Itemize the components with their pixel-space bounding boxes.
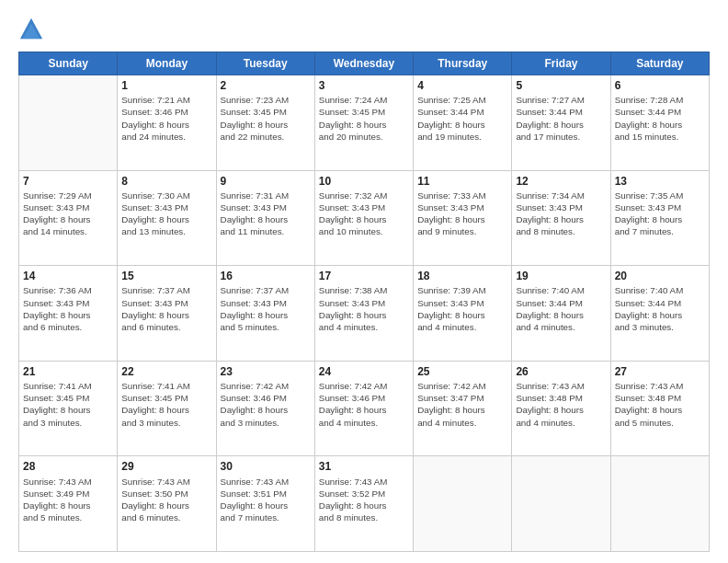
cell-info: Sunrise: 7:27 AM Sunset: 3:44 PM Dayligh… bbox=[516, 94, 606, 143]
day-number: 1 bbox=[121, 78, 211, 93]
day-of-week-sunday: Sunday bbox=[19, 52, 118, 75]
cell-info: Sunrise: 7:25 AM Sunset: 3:44 PM Dayligh… bbox=[417, 94, 507, 143]
day-of-week-monday: Monday bbox=[118, 52, 216, 75]
logo-icon bbox=[18, 17, 44, 42]
cell-info: Sunrise: 7:21 AM Sunset: 3:46 PM Dayligh… bbox=[121, 94, 211, 143]
day-of-week-wednesday: Wednesday bbox=[314, 52, 413, 75]
day-header-row: SundayMondayTuesdayWednesdayThursdayFrid… bbox=[19, 52, 710, 75]
day-number: 11 bbox=[417, 174, 507, 189]
cell-info: Sunrise: 7:43 AM Sunset: 3:48 PM Dayligh… bbox=[516, 380, 606, 429]
day-number: 4 bbox=[417, 78, 507, 93]
header bbox=[18, 17, 710, 42]
calendar-cell: 18Sunrise: 7:39 AM Sunset: 3:43 PM Dayli… bbox=[414, 266, 512, 362]
day-number: 29 bbox=[121, 459, 211, 474]
day-number: 28 bbox=[23, 459, 113, 474]
day-number: 23 bbox=[221, 364, 311, 379]
calendar-cell: 6Sunrise: 7:28 AM Sunset: 3:44 PM Daylig… bbox=[610, 75, 709, 171]
cell-info: Sunrise: 7:40 AM Sunset: 3:44 PM Dayligh… bbox=[516, 284, 606, 333]
logo bbox=[18, 17, 48, 42]
day-of-week-saturday: Saturday bbox=[610, 52, 709, 75]
calendar-week-row: 28Sunrise: 7:43 AM Sunset: 3:49 PM Dayli… bbox=[19, 456, 710, 552]
day-number: 6 bbox=[615, 78, 705, 93]
calendar-cell: 29Sunrise: 7:43 AM Sunset: 3:50 PM Dayli… bbox=[118, 456, 216, 552]
day-number: 19 bbox=[516, 269, 606, 283]
day-number: 20 bbox=[615, 269, 705, 283]
day-number: 18 bbox=[417, 269, 507, 283]
calendar-week-row: 7Sunrise: 7:29 AM Sunset: 3:43 PM Daylig… bbox=[19, 170, 710, 266]
day-number: 13 bbox=[615, 174, 705, 189]
calendar-cell: 28Sunrise: 7:43 AM Sunset: 3:49 PM Dayli… bbox=[19, 456, 118, 552]
calendar-cell: 24Sunrise: 7:42 AM Sunset: 3:46 PM Dayli… bbox=[314, 361, 413, 456]
calendar-cell: 23Sunrise: 7:42 AM Sunset: 3:46 PM Dayli… bbox=[216, 361, 314, 456]
calendar-cell: 22Sunrise: 7:41 AM Sunset: 3:45 PM Dayli… bbox=[118, 361, 216, 456]
cell-info: Sunrise: 7:40 AM Sunset: 3:44 PM Dayligh… bbox=[615, 284, 705, 333]
day-number: 16 bbox=[221, 269, 311, 283]
calendar-cell: 19Sunrise: 7:40 AM Sunset: 3:44 PM Dayli… bbox=[512, 266, 610, 362]
cell-info: Sunrise: 7:43 AM Sunset: 3:52 PM Dayligh… bbox=[319, 476, 409, 524]
day-number: 5 bbox=[516, 78, 606, 93]
calendar-week-row: 21Sunrise: 7:41 AM Sunset: 3:45 PM Dayli… bbox=[19, 361, 710, 456]
day-of-week-thursday: Thursday bbox=[414, 52, 512, 75]
calendar-cell: 8Sunrise: 7:30 AM Sunset: 3:43 PM Daylig… bbox=[118, 170, 216, 266]
cell-info: Sunrise: 7:31 AM Sunset: 3:43 PM Dayligh… bbox=[221, 190, 311, 238]
day-number: 17 bbox=[319, 269, 409, 283]
day-number: 14 bbox=[23, 269, 113, 283]
day-number: 10 bbox=[319, 174, 409, 189]
cell-info: Sunrise: 7:38 AM Sunset: 3:43 PM Dayligh… bbox=[319, 284, 409, 333]
cell-info: Sunrise: 7:43 AM Sunset: 3:50 PM Dayligh… bbox=[121, 476, 211, 524]
cell-info: Sunrise: 7:28 AM Sunset: 3:44 PM Dayligh… bbox=[615, 94, 705, 143]
calendar-cell: 16Sunrise: 7:37 AM Sunset: 3:43 PM Dayli… bbox=[216, 266, 314, 362]
day-number: 31 bbox=[319, 459, 409, 474]
calendar-cell: 5Sunrise: 7:27 AM Sunset: 3:44 PM Daylig… bbox=[512, 75, 610, 171]
calendar-cell: 15Sunrise: 7:37 AM Sunset: 3:43 PM Dayli… bbox=[118, 266, 216, 362]
calendar-cell bbox=[414, 456, 512, 552]
cell-info: Sunrise: 7:35 AM Sunset: 3:43 PM Dayligh… bbox=[615, 190, 705, 238]
day-number: 3 bbox=[319, 78, 409, 93]
calendar-cell: 3Sunrise: 7:24 AM Sunset: 3:45 PM Daylig… bbox=[314, 75, 413, 171]
calendar-cell: 9Sunrise: 7:31 AM Sunset: 3:43 PM Daylig… bbox=[216, 170, 314, 266]
calendar-cell: 20Sunrise: 7:40 AM Sunset: 3:44 PM Dayli… bbox=[610, 266, 709, 362]
calendar-cell: 26Sunrise: 7:43 AM Sunset: 3:48 PM Dayli… bbox=[512, 361, 610, 456]
cell-info: Sunrise: 7:39 AM Sunset: 3:43 PM Dayligh… bbox=[417, 284, 507, 333]
day-number: 30 bbox=[221, 459, 311, 474]
cell-info: Sunrise: 7:43 AM Sunset: 3:49 PM Dayligh… bbox=[23, 476, 113, 524]
day-of-week-friday: Friday bbox=[512, 52, 610, 75]
day-number: 8 bbox=[121, 174, 211, 189]
day-number: 15 bbox=[121, 269, 211, 283]
calendar-cell: 10Sunrise: 7:32 AM Sunset: 3:43 PM Dayli… bbox=[314, 170, 413, 266]
cell-info: Sunrise: 7:42 AM Sunset: 3:46 PM Dayligh… bbox=[319, 380, 409, 429]
calendar-cell: 2Sunrise: 7:23 AM Sunset: 3:45 PM Daylig… bbox=[216, 75, 314, 171]
calendar-cell: 1Sunrise: 7:21 AM Sunset: 3:46 PM Daylig… bbox=[118, 75, 216, 171]
cell-info: Sunrise: 7:42 AM Sunset: 3:46 PM Dayligh… bbox=[221, 380, 311, 429]
calendar-cell: 17Sunrise: 7:38 AM Sunset: 3:43 PM Dayli… bbox=[314, 266, 413, 362]
cell-info: Sunrise: 7:42 AM Sunset: 3:47 PM Dayligh… bbox=[417, 380, 507, 429]
cell-info: Sunrise: 7:37 AM Sunset: 3:43 PM Dayligh… bbox=[221, 284, 311, 333]
cell-info: Sunrise: 7:23 AM Sunset: 3:45 PM Dayligh… bbox=[221, 94, 311, 143]
cell-info: Sunrise: 7:30 AM Sunset: 3:43 PM Dayligh… bbox=[121, 190, 211, 238]
calendar-cell: 7Sunrise: 7:29 AM Sunset: 3:43 PM Daylig… bbox=[19, 170, 118, 266]
day-number: 21 bbox=[23, 364, 113, 379]
cell-info: Sunrise: 7:33 AM Sunset: 3:43 PM Dayligh… bbox=[417, 190, 507, 238]
calendar-cell: 11Sunrise: 7:33 AM Sunset: 3:43 PM Dayli… bbox=[414, 170, 512, 266]
cell-info: Sunrise: 7:34 AM Sunset: 3:43 PM Dayligh… bbox=[516, 190, 606, 238]
calendar-cell: 31Sunrise: 7:43 AM Sunset: 3:52 PM Dayli… bbox=[314, 456, 413, 552]
day-number: 27 bbox=[615, 364, 705, 379]
calendar-cell: 12Sunrise: 7:34 AM Sunset: 3:43 PM Dayli… bbox=[512, 170, 610, 266]
cell-info: Sunrise: 7:24 AM Sunset: 3:45 PM Dayligh… bbox=[319, 94, 409, 143]
cell-info: Sunrise: 7:32 AM Sunset: 3:43 PM Dayligh… bbox=[319, 190, 409, 238]
page: SundayMondayTuesdayWednesdayThursdayFrid… bbox=[0, 0, 728, 563]
day-number: 2 bbox=[221, 78, 311, 93]
calendar-cell bbox=[512, 456, 610, 552]
cell-info: Sunrise: 7:29 AM Sunset: 3:43 PM Dayligh… bbox=[23, 190, 113, 238]
calendar-table: SundayMondayTuesdayWednesdayThursdayFrid… bbox=[18, 52, 710, 552]
day-number: 7 bbox=[23, 174, 113, 189]
calendar-cell: 4Sunrise: 7:25 AM Sunset: 3:44 PM Daylig… bbox=[414, 75, 512, 171]
calendar-header: SundayMondayTuesdayWednesdayThursdayFrid… bbox=[19, 52, 710, 75]
calendar-cell: 14Sunrise: 7:36 AM Sunset: 3:43 PM Dayli… bbox=[19, 266, 118, 362]
calendar-cell: 30Sunrise: 7:43 AM Sunset: 3:51 PM Dayli… bbox=[216, 456, 314, 552]
cell-info: Sunrise: 7:36 AM Sunset: 3:43 PM Dayligh… bbox=[23, 284, 113, 333]
cell-info: Sunrise: 7:41 AM Sunset: 3:45 PM Dayligh… bbox=[121, 380, 211, 429]
calendar-week-row: 1Sunrise: 7:21 AM Sunset: 3:46 PM Daylig… bbox=[19, 75, 710, 171]
calendar-week-row: 14Sunrise: 7:36 AM Sunset: 3:43 PM Dayli… bbox=[19, 266, 710, 362]
calendar-cell bbox=[19, 75, 118, 171]
